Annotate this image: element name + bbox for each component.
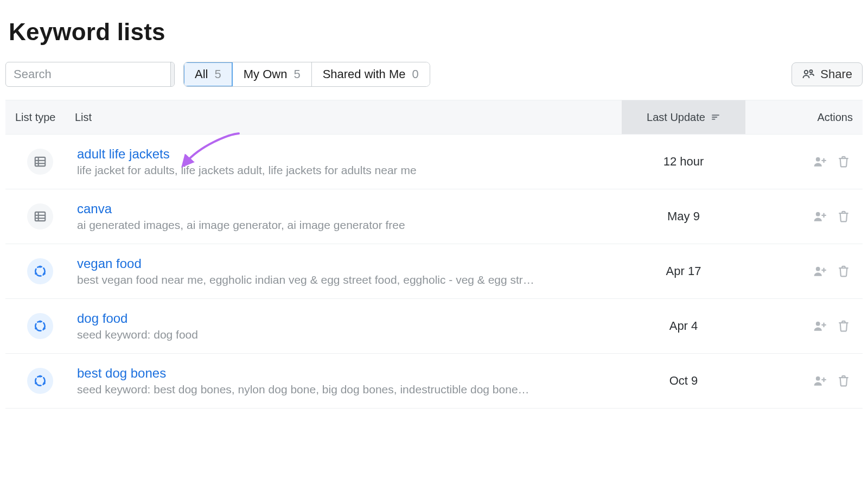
share-row-button[interactable] [813, 155, 827, 169]
cluster-icon [33, 264, 47, 278]
column-header-type: List type [5, 111, 75, 124]
last-update-value: Apr 4 [622, 319, 745, 333]
filter-tab-label: My Own [244, 67, 288, 81]
cluster-icon [33, 319, 47, 333]
trash-icon [837, 155, 851, 169]
last-update-value: Oct 9 [622, 374, 745, 388]
svg-point-29 [35, 382, 37, 384]
person-add-icon [813, 264, 827, 278]
list-type-icon [27, 368, 53, 394]
person-add-icon [813, 209, 827, 224]
keyword-list-subtitle: best vegan food near me, eggholic indian… [77, 273, 544, 286]
search-box [5, 62, 175, 87]
svg-point-11 [816, 157, 820, 162]
filter-tabs: All5My Own5Shared with Me0 [183, 62, 430, 87]
share-button-label: Share [820, 67, 852, 81]
table-row: canvaai generated images, ai image gener… [5, 189, 863, 244]
svg-point-25 [43, 327, 45, 329]
keyword-list-subtitle: ai generated images, ai image generator,… [77, 219, 544, 232]
share-row-button[interactable] [813, 264, 827, 278]
column-header-list: List [75, 111, 622, 124]
table-header: List type List Last Update Actions [5, 100, 863, 135]
column-header-last-update[interactable]: Last Update [622, 100, 745, 134]
trash-icon [837, 374, 851, 388]
last-update-value: 12 hour [622, 155, 745, 169]
column-header-last-update-label: Last Update [647, 111, 705, 124]
list-type-icon [27, 258, 53, 284]
table-row: best dog bonesseed keyword: best dog bon… [5, 354, 863, 409]
svg-point-3 [810, 70, 813, 73]
svg-point-26 [816, 322, 820, 326]
search-icon [174, 68, 175, 81]
svg-point-24 [35, 327, 37, 329]
last-update-value: May 9 [622, 209, 745, 224]
keyword-list-link[interactable]: best dog bones [77, 366, 622, 381]
keyword-list-link[interactable]: adult life jackets [77, 146, 622, 162]
last-update-value: Apr 17 [622, 264, 745, 278]
person-add-icon [813, 319, 827, 333]
page-root: Keyword lists All5My Own5Shared with Me0… [0, 0, 868, 409]
list-type-icon [27, 203, 53, 229]
delete-row-button[interactable] [837, 319, 851, 333]
table-row: adult life jacketslife jacket for adults… [5, 135, 863, 189]
delete-row-button[interactable] [837, 209, 851, 224]
person-add-icon [813, 374, 827, 388]
search-button[interactable] [170, 62, 175, 86]
delete-row-button[interactable] [837, 264, 851, 278]
keyword-list-link[interactable]: dog food [77, 311, 622, 326]
trash-icon [837, 264, 851, 278]
svg-point-20 [43, 272, 45, 275]
share-row-button[interactable] [813, 374, 827, 388]
filter-tab-count: 5 [293, 67, 300, 81]
filter-tab-all[interactable]: All5 [184, 62, 233, 86]
keyword-list-link[interactable]: vegan food [77, 256, 622, 271]
svg-point-17 [35, 266, 44, 276]
svg-point-18 [39, 265, 41, 267]
filter-tab-my-own[interactable]: My Own5 [233, 62, 312, 86]
delete-row-button[interactable] [837, 155, 851, 169]
filter-tab-count: 0 [412, 67, 419, 81]
svg-point-22 [35, 321, 44, 330]
share-people-icon [802, 68, 815, 81]
svg-point-28 [39, 375, 41, 377]
filter-tab-label: Shared with Me [323, 67, 406, 81]
cluster-icon [33, 374, 47, 388]
share-row-button[interactable] [813, 209, 827, 224]
page-title: Keyword lists [9, 18, 863, 46]
table-row: vegan foodbest vegan food near me, eggho… [5, 244, 863, 299]
filter-tab-shared-with-me[interactable]: Shared with Me0 [312, 62, 430, 86]
svg-point-23 [39, 320, 41, 322]
share-button[interactable]: Share [792, 62, 863, 86]
svg-point-31 [816, 377, 820, 381]
svg-point-16 [816, 212, 820, 216]
keyword-list-subtitle: seed keyword: best dog bones, nylon dog … [77, 383, 544, 396]
sort-icon [711, 112, 720, 122]
svg-rect-7 [35, 157, 45, 166]
table-icon [33, 209, 47, 224]
toolbar: All5My Own5Shared with Me0 Share [5, 62, 863, 87]
column-header-actions: Actions [745, 111, 863, 124]
svg-point-19 [35, 272, 37, 275]
table-body: adult life jacketslife jacket for adults… [5, 135, 863, 409]
keyword-list-subtitle: seed keyword: dog food [77, 328, 544, 341]
filter-tab-count: 5 [214, 67, 221, 81]
search-input[interactable] [6, 62, 170, 86]
svg-point-2 [805, 71, 808, 74]
filter-tab-label: All [195, 67, 208, 81]
keyword-lists-table: List type List Last Update Actions adult… [5, 100, 863, 409]
trash-icon [837, 319, 851, 333]
svg-point-21 [816, 267, 820, 271]
svg-point-30 [43, 382, 45, 384]
keyword-list-link[interactable]: canva [77, 201, 622, 216]
table-icon [33, 155, 47, 169]
person-add-icon [813, 155, 827, 169]
share-row-button[interactable] [813, 319, 827, 333]
list-type-icon [27, 149, 53, 175]
trash-icon [837, 209, 851, 224]
keyword-list-subtitle: life jacket for adults, life jackets adu… [77, 164, 544, 177]
svg-point-27 [35, 376, 44, 385]
table-row: dog foodseed keyword: dog foodApr 4 [5, 299, 863, 354]
svg-rect-12 [35, 212, 45, 221]
list-type-icon [27, 313, 53, 339]
delete-row-button[interactable] [837, 374, 851, 388]
